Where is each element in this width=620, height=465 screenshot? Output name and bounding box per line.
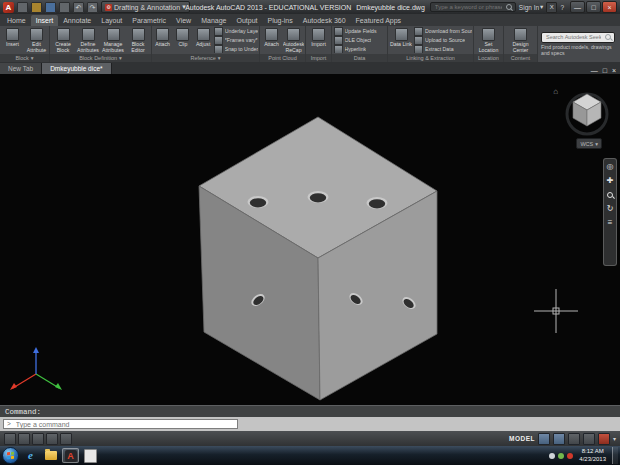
drawing-minimize-button[interactable]: — — [591, 67, 598, 74]
status-menu-arrow-icon[interactable]: ▾ — [613, 435, 616, 442]
snap-toggle[interactable] — [4, 433, 16, 445]
tray-icon-3[interactable] — [567, 453, 573, 459]
viewcube-home-icon[interactable]: ⌂ — [553, 88, 558, 96]
taskbar-document[interactable] — [82, 448, 99, 463]
start-button[interactable] — [2, 447, 19, 464]
tab-manage[interactable]: Manage — [196, 15, 231, 26]
model-space-button[interactable]: MODEL — [509, 435, 535, 442]
tab-annotate[interactable]: Annotate — [58, 15, 96, 26]
panel-title-block-definition[interactable]: Block Definition ▾ — [50, 54, 151, 62]
seek-search-box[interactable] — [541, 32, 615, 43]
panel-title-content[interactable]: Content — [504, 54, 537, 62]
tray-icon-1[interactable] — [549, 453, 555, 459]
tab-home[interactable]: Home — [2, 15, 31, 26]
workspace-switching-icon[interactable] — [583, 433, 595, 445]
edit-attribute-button[interactable]: Edit Attribute — [25, 27, 48, 53]
panel-title-reference[interactable]: Reference ▾ — [152, 54, 259, 62]
exchange-apps-icon[interactable]: X — [546, 2, 557, 13]
tab-view[interactable]: View — [171, 15, 196, 26]
orbit-icon[interactable]: ↻ — [605, 204, 615, 214]
manage-attributes-button[interactable]: Manage Attributes — [101, 27, 125, 53]
infocenter-search-input[interactable] — [433, 3, 504, 11]
drawing-close-button[interactable]: × — [612, 67, 616, 74]
autocad-logo-icon[interactable]: A — [3, 2, 14, 13]
snap-to-underlays-dropdown[interactable]: Snap to Underlays ON — [214, 45, 258, 53]
download-from-source-button[interactable]: Download from Source — [414, 27, 472, 35]
tab-autodesk-360[interactable]: Autodesk 360 — [298, 15, 351, 26]
save-icon[interactable] — [45, 2, 56, 13]
command-history[interactable]: Command: — [0, 405, 620, 417]
infocenter-search[interactable] — [430, 2, 516, 12]
panel-title-point-cloud[interactable]: Point Cloud — [260, 54, 305, 62]
hardware-acceleration-icon[interactable] — [598, 433, 610, 445]
block-editor-button[interactable]: Block Editor — [126, 27, 150, 53]
ortho-toggle[interactable] — [32, 433, 44, 445]
tab-insert[interactable]: Insert — [31, 15, 59, 26]
viewcube[interactable] — [560, 84, 614, 138]
undo-icon[interactable]: ↶ — [73, 2, 84, 13]
model-space-canvas[interactable]: ⌂ WCS ▾ ◎ ✚ ↻ ≡ — [0, 74, 620, 405]
maximize-button[interactable]: □ — [586, 1, 601, 13]
sign-in-button[interactable]: Sign In ▾ — [519, 3, 544, 11]
tab-output[interactable]: Output — [231, 15, 262, 26]
close-button[interactable]: × — [602, 1, 617, 13]
ucs-icon[interactable] — [10, 347, 62, 390]
hyperlink-button[interactable]: Hyperlink — [334, 45, 386, 53]
define-attributes-button[interactable]: Define Attributes — [76, 27, 100, 53]
zoom-icon[interactable] — [605, 190, 615, 200]
panel-title-data[interactable]: Data — [332, 54, 387, 62]
update-fields-button[interactable]: Update Fields — [334, 27, 386, 35]
wcs-menu-button[interactable]: WCS ▾ — [576, 138, 602, 149]
minimize-button[interactable]: — — [570, 1, 585, 13]
tab-parametric[interactable]: Parametric — [127, 15, 171, 26]
taskbar-internet-explorer[interactable]: e — [22, 448, 39, 463]
autodesk-recap-button[interactable]: Autodesk ReCap — [283, 27, 304, 53]
file-tab-new[interactable]: New Tab — [0, 63, 42, 74]
attach-point-cloud-button[interactable]: Attach — [261, 27, 282, 53]
tab-featured-apps[interactable]: Featured Apps — [351, 15, 407, 26]
show-desktop-button[interactable] — [612, 447, 618, 464]
open-file-icon[interactable] — [31, 2, 42, 13]
adjust-button[interactable]: Adjust — [194, 27, 213, 53]
import-button[interactable]: Import — [307, 27, 330, 53]
tray-icon-2[interactable] — [558, 453, 564, 459]
extract-data-button[interactable]: Extract Data — [414, 45, 472, 53]
polar-toggle[interactable] — [46, 433, 58, 445]
set-location-button[interactable]: Set Location — [475, 27, 502, 53]
panel-title-import[interactable]: Import — [306, 54, 331, 62]
create-block-button[interactable]: Create Block — [51, 27, 75, 53]
design-center-button[interactable]: Design Center — [506, 27, 536, 53]
osnap-toggle[interactable] — [60, 433, 72, 445]
search-icon[interactable] — [506, 4, 513, 11]
panel-title-location[interactable]: Location — [474, 54, 503, 62]
taskbar-file-explorer[interactable] — [42, 448, 59, 463]
taskbar-clock[interactable]: 8:12 AM 4/23/2013 — [576, 448, 609, 462]
annotation-scale-icon[interactable] — [568, 433, 580, 445]
help-icon[interactable]: ? — [560, 4, 564, 11]
tab-layout[interactable]: Layout — [96, 15, 127, 26]
file-tab-dice[interactable]: Dmkeyubble dice* — [42, 63, 111, 74]
drawing-restore-button[interactable]: □ — [603, 67, 607, 74]
data-link-button[interactable]: Data Link — [389, 27, 413, 53]
panel-title-linking-extraction[interactable]: Linking & Extraction — [388, 54, 473, 62]
command-input-box[interactable]: > — [3, 419, 238, 429]
plot-icon[interactable] — [59, 2, 70, 13]
tab-plugins[interactable]: Plug-ins — [262, 15, 297, 26]
taskbar-autocad[interactable]: A — [62, 448, 79, 463]
dice-model[interactable] — [199, 117, 437, 400]
new-file-icon[interactable] — [17, 2, 28, 13]
navbar-menu-icon[interactable]: ≡ — [605, 218, 615, 228]
upload-to-source-button[interactable]: Upload to Source — [414, 36, 472, 44]
seek-search-input[interactable] — [544, 33, 603, 41]
insert-block-button[interactable]: Insert — [1, 27, 24, 53]
redo-icon[interactable]: ↷ — [87, 2, 98, 13]
attach-reference-button[interactable]: Attach — [153, 27, 172, 53]
steering-wheel-icon[interactable]: ◎ — [605, 162, 615, 172]
panel-title-block[interactable]: Block ▾ — [0, 54, 49, 62]
grid-toggle[interactable] — [18, 433, 30, 445]
ole-object-button[interactable]: OLE Object — [334, 36, 386, 44]
pan-icon[interactable]: ✚ — [605, 176, 615, 186]
underlay-layers-button[interactable]: Underlay Layers — [214, 27, 258, 35]
search-icon[interactable] — [605, 34, 612, 41]
quick-view-layouts-icon[interactable] — [538, 433, 550, 445]
